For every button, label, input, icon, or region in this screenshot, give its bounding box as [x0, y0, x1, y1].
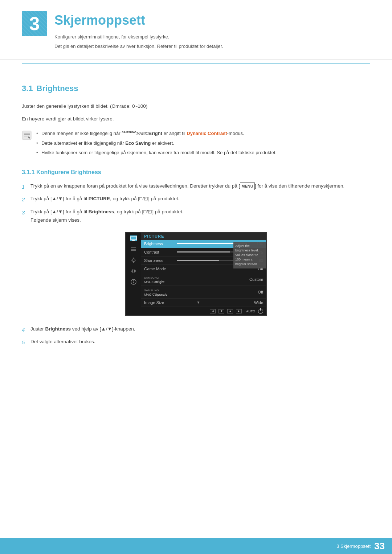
svg-point-16 — [132, 270, 135, 272]
note-bullet2-pre: Dette alternativet er ikke tilgjengelig … — [41, 140, 125, 146]
contrast-bar-fill — [177, 251, 230, 253]
section-title: Brightness — [37, 84, 78, 93]
step2-bold: PICTURE — [89, 196, 110, 201]
pencil-icon — [22, 130, 32, 140]
svg-point-20 — [133, 280, 134, 281]
screen-mockup: PICTURE Brightness 100 Contrast — [125, 232, 267, 316]
chapter-desc1: Konfigurer skjerminnstillingene, for eks… — [54, 33, 223, 41]
step-num-1: 1 — [22, 182, 28, 192]
auto-label: AUTO — [246, 309, 255, 313]
menu-sharpness-label: Sharpness — [144, 258, 177, 263]
power-icon — [258, 309, 263, 314]
screen-bottom-bar: ◄ ▼ ▲ ► AUTO — [126, 307, 266, 315]
menu-brightness-label: Brightness — [144, 242, 177, 246]
nav-left-btn[interactable]: ◄ — [210, 309, 216, 313]
chapter-title: Skjermoppsett — [54, 13, 223, 28]
step4-post: ved hjelp av [▲/▼]-knappen. — [71, 326, 135, 332]
chapter-number: 3 — [29, 14, 40, 33]
section-desc2: En høyere verdi gjør at bildet virker ly… — [22, 115, 370, 123]
nav-up-btn[interactable]: ▲ — [227, 309, 233, 313]
step-num-4: 4 — [22, 325, 28, 335]
step2-post: , og trykk på [□/⊡] på produktet. — [110, 196, 179, 201]
magicbright-value: Custom — [177, 277, 263, 282]
step3-post: , og trykk på [□/⊡] på produktet. — [114, 209, 183, 214]
nav-right-btn[interactable]: ► — [236, 309, 242, 313]
menu-imagesize-label: Image Size — [144, 300, 177, 305]
note-bullet2-post: er aktivert. — [151, 140, 174, 146]
section-number: 3.1 — [22, 84, 33, 93]
dynamic-contrast-link: Dynamic Contrast — [187, 131, 227, 136]
menu-contrast-label: Contrast — [144, 250, 177, 254]
subsection-title: Konfigurere Brightness — [36, 169, 101, 175]
step2-pre: Trykk på [▲/▼] for å gå til — [30, 196, 89, 201]
note-icon — [22, 130, 32, 140]
note-bullet2: Dette alternativet er ikke tilgjengelig … — [36, 139, 277, 147]
menu-magicupscale-label: SAMSUNG MAGICUpscale — [144, 288, 177, 296]
menu-magicbright-label: SAMSUNG MAGICBright — [144, 275, 177, 284]
menu-button-label: MENU — [240, 182, 254, 190]
screen-title-bar: PICTURE — [141, 233, 266, 240]
nav-up-icon: ▲ — [229, 309, 232, 313]
page-footer: 3 Skjermoppsett 33 — [0, 538, 392, 554]
screen-tooltip: Adjust the brightness level. Values clos… — [233, 242, 266, 268]
note-bullet1-pre: Denne menyen er ikke tilgjengelig når — [41, 131, 122, 136]
section-heading: 3.1 Brightness — [22, 84, 370, 93]
svg-point-11 — [132, 259, 135, 262]
note-bullet1-mid: er angitt til — [162, 131, 187, 136]
chapter-title-block: Skjermoppsett Konfigurer skjerminnstilli… — [54, 11, 223, 52]
nav-right-icon: ► — [237, 309, 240, 313]
steps-list: 1 Trykk på en av knappene foran på produ… — [22, 182, 370, 225]
step-4: 4 Juster Brightness ved hjelp av [▲/▼]-k… — [22, 325, 370, 335]
step-2-content: Trykk på [▲/▼] for å gå til PICTURE, og … — [30, 195, 370, 204]
step3-bold: Brightness — [89, 209, 114, 214]
chapter-divider — [22, 63, 370, 64]
sidebar-info-icon — [130, 279, 137, 285]
step4-bold: Brightness — [45, 326, 71, 332]
step-4-content: Juster Brightness ved hjelp av [▲/▼]-kna… — [30, 325, 370, 335]
menu-row-magicupscale: SAMSUNG MAGICUpscale Off — [141, 286, 266, 299]
step-3-content: Trykk på [▲/▼] for å gå til Brightness, … — [30, 208, 370, 225]
step-num-2: 2 — [22, 195, 28, 204]
nav-down-btn[interactable]: ▼ — [219, 309, 224, 313]
imagesize-value: Wide — [220, 300, 263, 305]
subsection-heading: 3.1.1 Konfigurere Brightness — [22, 169, 370, 176]
step-2: 2 Trykk på [▲/▼] for å gå til PICTURE, o… — [22, 195, 370, 204]
footer-page-number: 33 — [374, 541, 385, 551]
eco-saving-text: Eco Saving — [125, 140, 151, 146]
magicupscale-value: Off — [177, 290, 263, 294]
chapter-desc2: Det gis en detaljert beskrivelse av hver… — [54, 43, 223, 50]
step-5: 5 Det valgte alternativet brukes. — [22, 338, 370, 347]
subsection-number: 3.1.1 — [22, 169, 35, 175]
screen-sidebar — [126, 233, 141, 307]
sharpness-bar-fill — [177, 260, 219, 261]
step-1: 1 Trykk på en av knappene foran på produ… — [22, 182, 370, 192]
step-1-content: Trykk på en av knappene foran på produkt… — [30, 182, 370, 192]
step-3: 3 Trykk på [▲/▼] for å gå til Brightness… — [22, 208, 370, 225]
section-desc1: Juster den generelle lysstyrken til bild… — [22, 102, 370, 111]
step1-text: Trykk på en av knappene foran på produkt… — [30, 183, 237, 189]
nav-left-icon: ◄ — [211, 309, 214, 313]
screen-container: PICTURE Brightness 100 Contrast — [22, 232, 370, 316]
step3-pre: Trykk på [▲/▼] for å gå til — [30, 209, 89, 214]
menu-row-imagesize: Image Size ▼ Wide — [141, 299, 266, 307]
step1-post: for å vise den tilhørende menyskjermen. — [257, 183, 344, 189]
svg-point-17 — [131, 269, 135, 273]
samsung-magic-bright: SAMSUNGMAGICBright — [122, 131, 162, 136]
screen-inner: PICTURE Brightness 100 Contrast — [126, 233, 266, 307]
chapter-header: 3 Skjermoppsett Konfigurer skjerminnstil… — [0, 0, 392, 60]
sidebar-brightness-icon — [130, 257, 137, 263]
note-bullet1: Denne menyen er ikke tilgjengelig når SA… — [36, 130, 277, 138]
chapter-number-box: 3 — [22, 11, 47, 36]
menu-row-magicbright: SAMSUNG MAGICBright Custom — [141, 273, 266, 286]
svg-rect-5 — [131, 236, 136, 240]
content-area: 3.1 Brightness Juster den generelle lyss… — [0, 73, 392, 382]
note-block: Denne menyen er ikke tilgjengelig når SA… — [22, 130, 370, 158]
note-bullet1-post: -modus. — [227, 131, 244, 136]
step3-sub: Følgende skjerm vises. — [30, 217, 81, 223]
sidebar-lines-icon — [130, 246, 137, 252]
step-num-3: 3 — [22, 208, 28, 225]
step-num-5: 5 — [22, 338, 28, 347]
note-bullets: Denne menyen er ikke tilgjengelig når SA… — [36, 130, 277, 158]
menu-gamemode-label: Game Mode — [144, 267, 177, 271]
svg-rect-0 — [23, 131, 31, 140]
